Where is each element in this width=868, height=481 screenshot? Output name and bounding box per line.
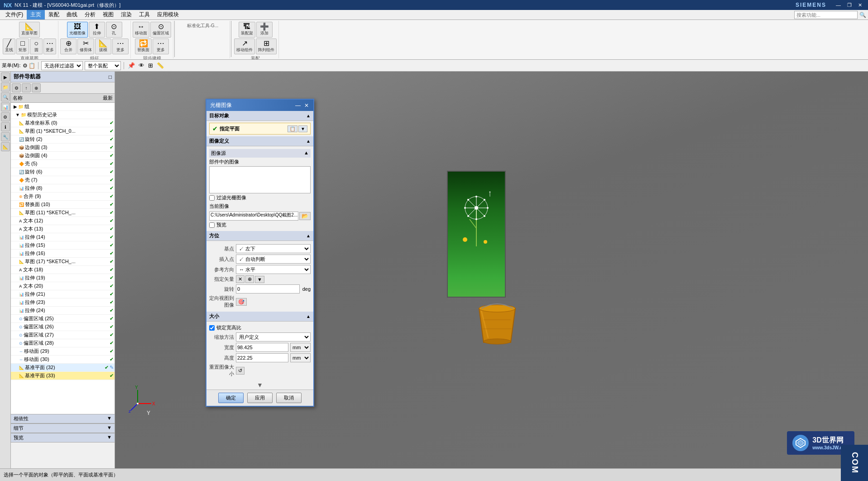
tree-item-revolve2[interactable]: 🔄 旋转 (2) ✔ (11, 135, 115, 144)
add-component-button[interactable]: ➕添加 (256, 22, 273, 38)
tree-item-extrude21[interactable]: 📊 拉伸 (21) ✔ (11, 290, 115, 298)
pattern-component-button[interactable]: ⊞阵列组件 (256, 38, 277, 54)
menu-modules[interactable]: 应用模块 (153, 10, 182, 19)
vector-options-btn[interactable]: ▼ (255, 276, 264, 283)
tree-item-text12[interactable]: A 文本 (12) ✔ (11, 217, 115, 225)
preview-panel-header[interactable]: 预览 ▼ (11, 433, 115, 443)
line-button[interactable]: ╱直线 (3, 38, 15, 54)
view-icon[interactable]: 👁 (139, 62, 144, 69)
vector-clear-btn[interactable]: ✕ (236, 275, 245, 283)
vbar-btn-4[interactable]: 📊 (1, 102, 10, 111)
search-icon[interactable]: 🔍 (859, 12, 866, 18)
preview-checkbox[interactable] (209, 222, 215, 228)
vbar-btn-2[interactable]: 📁 (1, 82, 10, 91)
sketch-button[interactable]: 📐直接草图 (19, 22, 40, 38)
filter-checkbox[interactable] (209, 195, 215, 201)
offset-region-button[interactable]: ⊙偏置区域 (150, 22, 171, 38)
tree-item-sketch1[interactable]: 📐 草图 (1) *SKETCH_0... ✔ (11, 127, 115, 135)
menu-render[interactable]: 渲染 (117, 10, 135, 19)
menu-curve[interactable]: 曲线 (63, 10, 81, 19)
draft-button[interactable]: 📐拔模 (95, 38, 111, 54)
tree-item-text18[interactable]: A 文本 (18) ✔ (11, 266, 115, 274)
vbar-btn-8[interactable]: 📐 (1, 142, 10, 151)
tree-item-sketch11[interactable]: 📐 草图 (11) *SKETCH_... ✔ (11, 209, 115, 217)
tree-item-offset26[interactable]: ⊙ 偏置区域 (26) ✔ (11, 323, 115, 331)
restore-button[interactable]: ❐ (845, 2, 854, 9)
tree-item-replace10[interactable]: 🔁 替换面 (10) ✔ (11, 201, 115, 209)
tree-item-extrude15[interactable]: 📊 拉伸 (15) ✔ (11, 241, 115, 250)
menu-tools[interactable]: 工具 (135, 10, 153, 19)
orient-btn[interactable]: 🎯 (236, 298, 247, 306)
tree-item-history[interactable]: ▼ 📁 模型历史记录 (11, 111, 115, 119)
scroll-down-arrow[interactable]: ▼ (206, 380, 313, 390)
tree-item-text20[interactable]: A 文本 (20) ✔ (11, 282, 115, 290)
menu-file[interactable]: 文件(F) (2, 10, 27, 19)
vbar-btn-7[interactable]: 🔧 (1, 132, 10, 141)
plane-options-btn[interactable]: ▼ (298, 125, 307, 132)
tree-item-revolve6[interactable]: 🔄 旋转 (6) ✔ (11, 168, 115, 176)
tree-item-blend4[interactable]: 📦 边倒圆 (4) ✔ (11, 152, 115, 160)
base-point-select[interactable]: ↙ 左下 (236, 244, 311, 253)
tree-item-move30[interactable]: ↔ 移动面 (30) ✔ (11, 356, 115, 364)
close-button[interactable]: ✕ (856, 2, 864, 9)
tree-item-sketch17[interactable]: 📐 草图 (17) *SKETCH_... ✔ (11, 258, 115, 266)
menu-home[interactable]: 主页 (27, 10, 45, 19)
nav-expand-btn[interactable]: ⊕ (32, 83, 41, 92)
cancel-button[interactable]: 取消 (276, 393, 302, 403)
circle-button[interactable]: ○圆 (30, 38, 43, 54)
tree-item-extrude24[interactable]: 📊 拉伸 (24) ✔ (11, 307, 115, 315)
tree-item-datum33[interactable]: 📐 基准平面 (33) ✔ (11, 372, 115, 380)
vbar-btn-5[interactable]: ⚙ (1, 112, 10, 121)
filter-select[interactable]: 无选择过滤器 (41, 61, 83, 70)
more-feat-button[interactable]: ⋯更多 (112, 38, 129, 54)
tree-item-move29[interactable]: ↔ 移动面 (29) ✔ (11, 347, 115, 356)
lock-aspect-checkbox[interactable] (209, 325, 215, 331)
tree-item-text13[interactable]: A 文本 (13) ✔ (11, 225, 115, 233)
image-source-list[interactable] (209, 166, 311, 193)
dependency-panel-header[interactable]: 相依性 ▼ (11, 414, 115, 423)
height-unit-select[interactable]: mm (290, 353, 311, 362)
scope-select[interactable]: 整个装配 (85, 61, 121, 70)
image-def-section-header[interactable]: 图像定义 ▲ (206, 136, 313, 146)
move-face-button[interactable]: ↔移动面 (133, 22, 149, 38)
menu-analysis[interactable]: 分析 (81, 10, 99, 19)
vbar-btn-6[interactable]: ℹ (1, 122, 10, 131)
tree-item-shell5[interactable]: 🔶 壳 (5) ✔ (11, 160, 115, 168)
rotate-input[interactable] (236, 284, 300, 293)
width-input[interactable] (236, 343, 288, 352)
tree-item-extrude8[interactable]: 📊 拉伸 (8) ✔ (11, 184, 115, 192)
vbar-btn-3[interactable]: 🔍 (1, 92, 10, 101)
size-section-header[interactable]: 大小 ▲ (206, 312, 313, 322)
merge-button[interactable]: ⊕合并 (60, 38, 77, 54)
tree-item-extrude23[interactable]: 📊 拉伸 (23) ✔ (11, 298, 115, 307)
ok-button[interactable]: 确定 (218, 393, 244, 403)
tree-item-datum32[interactable]: 📐 基准平面 (32) ✔ ✎ (11, 364, 115, 372)
tree-item-blend3[interactable]: 📦 边倒圆 (3) ✔ (11, 144, 115, 152)
detail-panel-header[interactable]: 细节 ▼ (11, 423, 115, 433)
tree-item-group[interactable]: ▶ 📁 组 (11, 103, 115, 111)
dialog-minimize-btn[interactable]: — (294, 102, 302, 109)
height-input[interactable] (236, 353, 288, 362)
more-sketch-button[interactable]: ⋯更多 (43, 38, 56, 54)
trim-button[interactable]: ✂修剪体 (77, 38, 94, 54)
insert-point-select[interactable]: ↙ 自动判断 (236, 255, 311, 264)
plane-select-btn[interactable]: 📋 (288, 125, 297, 132)
search-input[interactable] (794, 11, 858, 19)
vector-snap-btn[interactable]: ⊕ (245, 275, 254, 283)
tree-item-offset25[interactable]: ⊙ 偏置区域 (25) ✔ (11, 315, 115, 323)
raster-image-button[interactable]: 🖼光栅图像 (67, 22, 88, 38)
dialog-close-btn[interactable]: ✕ (303, 102, 310, 109)
tree-item-datum0[interactable]: 📐 基准坐标系 (0) ✔ (11, 119, 115, 127)
extrude-button[interactable]: ⬆拉伸 (89, 22, 105, 38)
menu-assembly[interactable]: 装配 (45, 10, 63, 19)
tree-item-extrude14[interactable]: 📊 拉伸 (14) ✔ (11, 233, 115, 241)
grid-icon[interactable]: ⊞ (148, 62, 153, 69)
rect-button[interactable]: □矩形 (16, 38, 29, 54)
tree-item-offset28[interactable]: ⊙ 偏置区域 (28) ✔ (11, 339, 115, 347)
tree-item-extrude19[interactable]: 📊 拉伸 (19) ✔ (11, 274, 115, 282)
3d-viewport[interactable]: X Y Z (115, 72, 868, 468)
tree-item-shell7[interactable]: 🔶 壳 (7) ✔ (11, 176, 115, 184)
tree-item-merge9[interactable]: ⊕ 合并 (9) ✔ (11, 192, 115, 201)
ref-dir-select[interactable]: ↔ 水平 (236, 265, 311, 274)
replace-face-button[interactable]: 🔁替换面 (135, 38, 152, 54)
